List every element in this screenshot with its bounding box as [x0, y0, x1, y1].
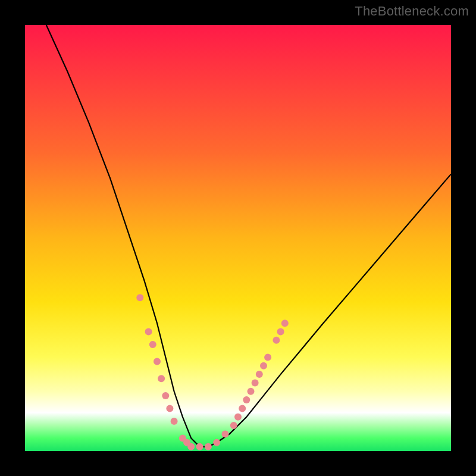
marker-group — [136, 294, 288, 450]
chart-frame: TheBottleneck.com — [0, 0, 476, 476]
data-marker — [234, 414, 242, 421]
bottleneck-curve — [46, 25, 451, 447]
data-marker — [281, 320, 289, 327]
data-marker — [196, 443, 203, 450]
watermark-text: TheBottleneck.com — [355, 4, 469, 19]
data-marker — [243, 396, 250, 403]
data-marker — [273, 337, 280, 344]
data-marker — [162, 392, 169, 399]
data-marker — [171, 418, 178, 425]
data-marker — [149, 341, 156, 348]
data-marker — [230, 422, 237, 429]
data-marker — [264, 354, 271, 361]
data-marker — [248, 388, 255, 395]
data-marker — [154, 358, 161, 365]
plot-area — [25, 25, 451, 451]
data-marker — [187, 443, 195, 450]
data-marker — [205, 443, 212, 450]
data-marker — [260, 362, 267, 369]
data-marker — [277, 328, 284, 336]
data-marker — [256, 371, 263, 378]
data-marker — [158, 375, 165, 382]
chart-svg — [25, 25, 451, 451]
data-marker — [145, 328, 152, 336]
data-marker — [222, 430, 229, 437]
data-marker — [136, 294, 143, 301]
data-marker — [166, 405, 173, 412]
data-marker — [239, 405, 246, 412]
data-marker — [252, 379, 259, 386]
data-marker — [213, 439, 220, 446]
